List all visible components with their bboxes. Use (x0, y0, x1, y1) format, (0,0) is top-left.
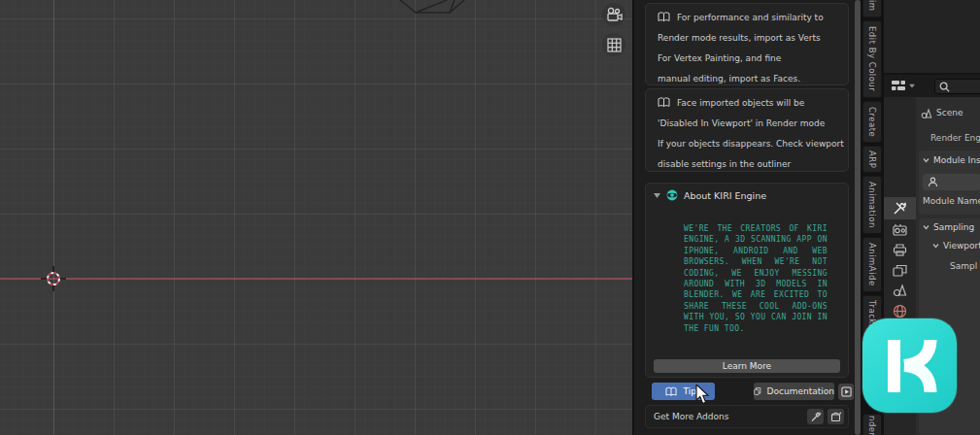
module-install-button[interactable] (923, 174, 980, 190)
about-body-line: BROWSERS. WHEN WE'RE NOT (684, 256, 828, 267)
camera-gizmo-icon (605, 7, 623, 22)
module-install-panel: Module Installa Module Name: (919, 151, 980, 215)
sidebar-tab-partial-top[interactable]: im (862, 0, 882, 17)
get-more-addons-label: Get More Addons (654, 412, 807, 421)
sidebar-tab-create[interactable]: Create (862, 101, 882, 143)
viewport-subheader[interactable]: Viewport (932, 241, 980, 251)
video-tutorial-button[interactable] (838, 384, 854, 400)
tip-line: If your objects disappears. Check viewpo… (646, 133, 848, 153)
documentation-label: Documentation (767, 386, 834, 396)
tip-line: For Vertex Painting, and fine (646, 48, 848, 68)
tool-sparkle-button[interactable] (807, 409, 824, 424)
tip-line: 'Disabled In Viewport' in Render mode (646, 113, 848, 133)
tab-label: Create (867, 107, 877, 137)
kiri-addon-icon (666, 189, 678, 201)
tool-sparkle-icon (810, 411, 822, 422)
samples-label: Sampl (950, 261, 977, 271)
outliner-area[interactable] (884, 0, 980, 75)
mesh-wireframe[interactable] (393, 0, 476, 17)
tip-text: disable settings in the outliner (658, 159, 791, 169)
tab-label: AnimAide (867, 243, 877, 286)
3d-viewport[interactable] (0, 0, 634, 435)
blender-window: For performance and similarity to Render… (0, 0, 980, 435)
about-body-line: BLENDER. WE ARE EXCITED TO (684, 289, 828, 300)
documentation-pages-icon (754, 385, 761, 397)
about-body-line: ENGINE, A 3D SCANNING APP ON (684, 234, 828, 245)
sidebar-tab-arp[interactable]: ARP (862, 146, 882, 173)
sidebar-tab-animation[interactable]: Animation (862, 176, 882, 234)
kiri-k-glyph (862, 318, 957, 413)
grid-toggle-button[interactable] (602, 33, 625, 56)
about-kiri-panel: About KIRI Engine WE'RE THE CREATORS OF … (645, 183, 849, 378)
tip-text: 'Disabled In Viewport' in Render mode (658, 118, 825, 128)
search-input[interactable] (934, 79, 980, 94)
chevron-down-icon (923, 224, 929, 230)
chevron-down-icon (909, 84, 915, 88)
tip-line: For performance and similarity to (646, 7, 848, 27)
grid-gizmo-icon (607, 38, 622, 52)
module-name-label: Module Name: (923, 196, 980, 206)
properties-editor-icon[interactable] (892, 81, 906, 91)
about-body-line: THE FUN TOO. (684, 323, 828, 334)
tip-text: For performance and similarity to (677, 13, 824, 22)
book-icon (658, 97, 670, 108)
tip-text: For Vertex Painting, and fine (658, 53, 781, 63)
tip-box-import: For performance and similarity to Render… (645, 3, 849, 85)
x-axis-line (0, 278, 632, 280)
learn-more-button[interactable]: Learn More (654, 359, 840, 373)
tip-text: Face imported objects will be (677, 98, 804, 108)
scene-tab-icon[interactable] (893, 284, 907, 297)
about-title: About KIRI Engine (684, 190, 766, 201)
panel-collapse-arrow-icon (654, 192, 660, 198)
tip-line: Render mode results, import as Verts (646, 27, 848, 48)
person-icon (928, 177, 938, 187)
kiri-engine-logo (862, 318, 957, 413)
sidebar-tab-partial-bottom[interactable]: nder (862, 414, 882, 435)
sidebar-tab-edit-by-colour[interactable]: Edit By Colour (862, 20, 882, 98)
chevron-down-icon (923, 157, 929, 163)
mouse-cursor-arrow (695, 385, 710, 405)
addon-package-icon (830, 411, 842, 422)
render-engine-label: Render Engin (930, 133, 980, 143)
tip-box-viewport: Face imported objects will be 'Disabled … (645, 88, 849, 172)
about-body-line: WITH YOU, SO YOU CAN JOIN IN (684, 312, 828, 322)
view-layer-tab-icon[interactable] (893, 264, 907, 277)
3d-cursor[interactable] (40, 265, 67, 292)
tip-text: Render mode results, import as Verts (658, 33, 821, 43)
tool-tab-icon[interactable] (893, 201, 907, 216)
about-body-line: AROUND WITH 3D MODELS IN (684, 279, 828, 289)
sampling-header[interactable]: Sampling (923, 222, 974, 232)
output-tab-icon[interactable] (893, 244, 907, 256)
grid-origin-line (53, 0, 54, 435)
book-icon (658, 12, 670, 22)
documentation-button[interactable]: Documentation (754, 383, 834, 400)
about-body-line: CODING, WE ENJOY MESSING (684, 268, 828, 279)
get-more-addons-row: Get More Addons (645, 405, 849, 428)
scene-breadcrumb-icon (921, 108, 932, 119)
breadcrumb-scene[interactable]: Scene (936, 108, 963, 117)
tab-label: Edit By Colour (867, 26, 877, 91)
kiri-sidebar-panel: For performance and similarity to Render… (636, 0, 861, 435)
chevron-down-icon (932, 243, 939, 249)
tab-label: ARP (867, 151, 877, 168)
video-play-icon (841, 386, 852, 397)
tip-text: manual editing, import as Faces. (658, 74, 800, 84)
addon-package-button[interactable] (828, 409, 844, 424)
render-tab-icon[interactable] (893, 223, 907, 236)
about-body-line: WE'RE THE CREATORS OF KIRI (684, 223, 828, 234)
tab-label: Animation (867, 182, 877, 228)
about-body-line: SHARE THESE COOL ADD-ONS (684, 301, 828, 312)
tab-label: nder (867, 416, 877, 435)
tip-text: If your objects disappears. Check viewpo… (658, 139, 844, 149)
camera-view-button[interactable] (602, 3, 625, 26)
about-body: WE'RE THE CREATORS OF KIRI ENGINE, A 3D … (684, 223, 828, 334)
world-tab-icon[interactable] (893, 304, 907, 318)
tips-book-icon (665, 386, 677, 397)
tip-line: manual editing, import as Faces. (646, 68, 848, 88)
tab-label: im (867, 0, 877, 11)
learn-more-label: Learn More (723, 361, 771, 371)
about-panel-header[interactable]: About KIRI Engine (654, 189, 766, 201)
module-install-header[interactable]: Module Installa (923, 155, 980, 165)
tip-line: Face imported objects will be (646, 92, 848, 113)
sidebar-tab-animaide[interactable]: AnimAide (862, 237, 882, 292)
